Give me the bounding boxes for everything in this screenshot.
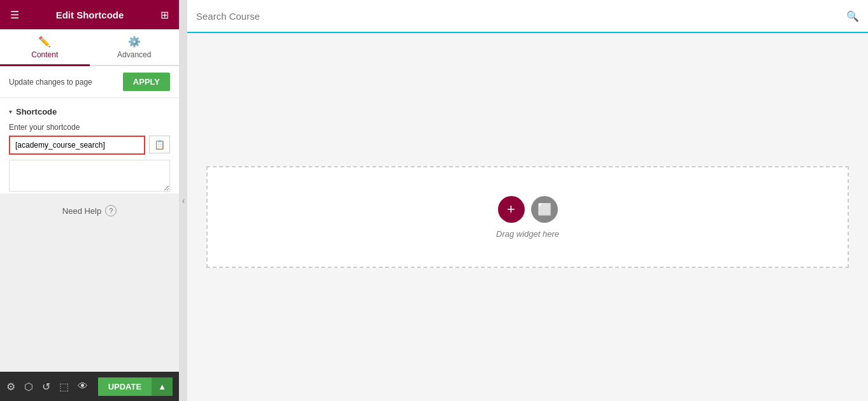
tab-advanced[interactable]: ⚙️ Advanced — [90, 29, 180, 66]
shortcode-input[interactable] — [9, 136, 145, 155]
tab-content[interactable]: ✏️ Content — [0, 29, 90, 66]
shortcode-field-label: Enter your shortcode — [9, 123, 170, 132]
settings-icon[interactable]: ⚙ — [6, 381, 15, 393]
content-tab-label: Content — [31, 50, 58, 59]
footer-btn-group: UPDATE ▲ — [98, 377, 173, 396]
search-icon: 🔍 — [846, 10, 859, 22]
content-tab-icon: ✏️ — [38, 36, 51, 48]
layers-icon[interactable]: ⬡ — [24, 381, 33, 393]
need-help[interactable]: Need Help ? — [0, 193, 179, 228]
apply-button[interactable]: APPLY — [123, 73, 170, 91]
shortcode-textarea[interactable] — [9, 160, 170, 192]
sidebar-tabs: ✏️ Content ⚙️ Advanced — [0, 29, 179, 66]
search-input[interactable] — [196, 11, 846, 22]
shortcode-input-wrap: 📋 — [9, 136, 170, 155]
folder-widget-button[interactable]: ⬜ — [531, 196, 558, 223]
advanced-tab-icon: ⚙️ — [128, 36, 141, 48]
folder-icon: ⬜ — [537, 202, 551, 216]
need-help-label: Need Help — [62, 206, 101, 216]
copy-button[interactable]: 📋 — [149, 136, 170, 153]
shortcode-section: ▾ Shortcode Enter your shortcode 📋 — [0, 98, 179, 193]
sidebar-title: Edit Shortcode — [19, 10, 160, 20]
history-icon[interactable]: ↺ — [42, 381, 50, 393]
chevron-down-icon: ▾ — [9, 108, 12, 115]
update-button[interactable]: UPDATE — [98, 377, 152, 396]
sidebar-body: Need Help ? — [0, 193, 179, 372]
update-caret-button[interactable]: ▲ — [152, 377, 173, 396]
hamburger-icon[interactable]: ☰ — [10, 9, 19, 21]
apply-bar: Update changes to page APPLY — [0, 66, 179, 98]
main-content: 🔍 + ⬜ Drag widget here — [187, 0, 868, 401]
collapse-handle[interactable]: ‹ — [180, 0, 187, 401]
drop-actions: + ⬜ — [498, 196, 558, 223]
search-bar: 🔍 — [187, 0, 868, 33]
sidebar-footer: ⚙ ⬡ ↺ ⬚ 👁 UPDATE ▲ — [0, 372, 179, 401]
add-widget-button[interactable]: + — [498, 196, 525, 223]
help-icon[interactable]: ? — [105, 205, 117, 216]
drop-zone: + ⬜ Drag widget here — [206, 166, 849, 268]
drag-widget-label: Drag widget here — [496, 229, 559, 239]
eye-icon[interactable]: 👁 — [78, 381, 88, 392]
canvas-area: + ⬜ Drag widget here — [187, 33, 868, 401]
grid-icon[interactable]: ⊞ — [160, 9, 169, 21]
apply-label: Update changes to page — [9, 78, 92, 87]
responsive-icon[interactable]: ⬚ — [59, 381, 69, 393]
app-layout: ☰ Edit Shortcode ⊞ ✏️ Content ⚙️ Advance… — [0, 0, 868, 401]
shortcode-section-title-row[interactable]: ▾ Shortcode — [9, 107, 170, 116]
shortcode-section-title: Shortcode — [16, 107, 57, 116]
sidebar: ☰ Edit Shortcode ⊞ ✏️ Content ⚙️ Advance… — [0, 0, 180, 401]
sidebar-header: ☰ Edit Shortcode ⊞ — [0, 0, 179, 29]
advanced-tab-label: Advanced — [117, 50, 151, 59]
footer-icons: ⚙ ⬡ ↺ ⬚ 👁 — [6, 381, 88, 393]
